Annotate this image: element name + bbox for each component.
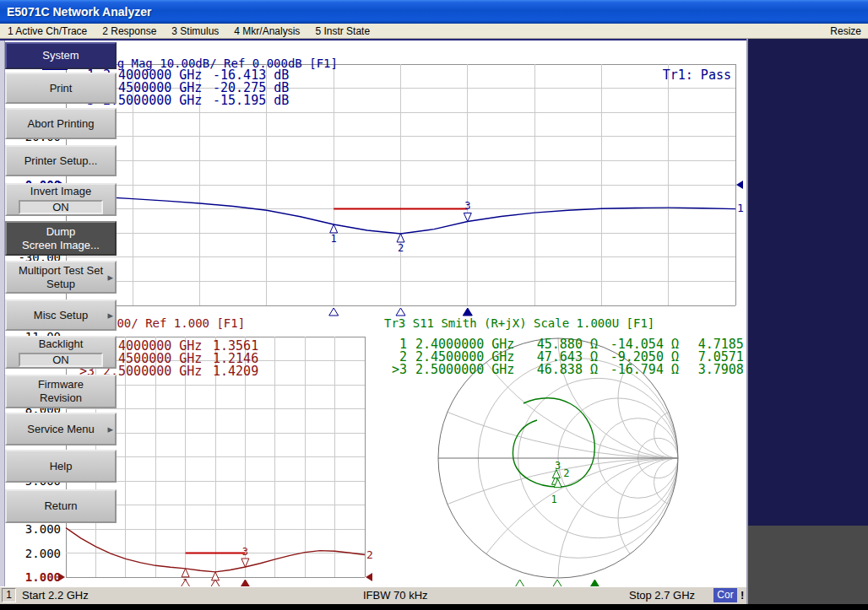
softkey-label: Invert Image xyxy=(30,185,91,198)
marker-symbol[interactable]: 3 xyxy=(241,546,249,567)
window-title-bar: E5071C Network Analyzer xyxy=(0,0,868,24)
menu-stimulus[interactable]: 3 Stimulus xyxy=(164,25,226,37)
marker-stimulus-indicator[interactable] xyxy=(463,308,472,316)
svg-text:3: 3 xyxy=(555,460,561,472)
start-frequency[interactable]: Start 2.2 GHz xyxy=(22,589,89,602)
marker-resistance: 46.838 Ω xyxy=(524,364,598,376)
softkey-multiport-test-set-setup[interactable]: Multiport Test Set Setup ▸ xyxy=(5,261,117,294)
tr3-marker-table: 12.4000000 GHz45.880 Ω-14.054 Ω4.7185 pF… xyxy=(387,338,767,376)
marker-symbol[interactable]: 1 xyxy=(330,224,338,245)
marker-stimulus-indicator[interactable] xyxy=(329,308,339,316)
softkey-misc-setup[interactable]: Misc Setup ▸ xyxy=(5,300,117,331)
softkey-label: Misc Setup xyxy=(34,309,88,322)
softkey-service-menu[interactable]: Service Menu ▸ xyxy=(5,413,117,445)
svg-text:2: 2 xyxy=(398,242,404,254)
menu-instr-state[interactable]: 5 Instr State xyxy=(307,25,377,37)
window-title: E5071C Network Analyzer xyxy=(7,5,151,19)
svg-text:3: 3 xyxy=(464,200,470,212)
svg-text:3: 3 xyxy=(242,546,248,558)
taskbar-strip xyxy=(0,604,868,610)
marker-freq: 2.5000000 GHz xyxy=(103,94,211,107)
marker-id: >3 xyxy=(387,364,407,376)
softkey-print[interactable]: Print xyxy=(5,73,117,104)
softkey-return[interactable]: Return xyxy=(5,489,117,523)
reference-level-arrow-right xyxy=(736,181,743,189)
menu-bar: 1 Active Ch/Trace 2 Response 3 Stimulus … xyxy=(0,24,868,39)
softkey-label: Multiport Test Set Setup xyxy=(19,264,103,291)
softkey-sidebar xyxy=(746,39,868,604)
marker-value: 1.4209 xyxy=(213,365,258,378)
stop-frequency[interactable]: Stop 2.7 GHz xyxy=(629,589,695,602)
marker-reactance: -16.794 Ω xyxy=(598,364,679,376)
svg-text:1: 1 xyxy=(331,233,337,245)
invert-image-state: ON xyxy=(19,200,103,214)
ifbw-readout[interactable]: IFBW 70 kHz xyxy=(363,589,428,602)
softkey-backlight[interactable]: Backlight ON xyxy=(5,336,117,369)
marker-freq: 2.5000000 GHz xyxy=(103,365,211,378)
menu-mkr-analysis[interactable]: 4 Mkr/Analysis xyxy=(226,25,307,37)
svg-text:2: 2 xyxy=(563,467,569,479)
submenu-arrow-icon: ▸ xyxy=(107,271,113,284)
softkey-dump-screen-image[interactable]: Dump Screen Image... xyxy=(5,221,117,256)
correction-status-badge: Cor xyxy=(713,588,737,602)
marker-freq: 2.5000000 GHz xyxy=(415,364,524,376)
backlight-state: ON xyxy=(19,353,103,367)
marker-symbol[interactable]: 2 xyxy=(397,234,404,254)
screen: E5071C Network Analyzer 1 Active Ch/Trac… xyxy=(0,0,868,610)
softkey-printer-setup[interactable]: Printer Setup... xyxy=(5,145,117,176)
tr3-header[interactable]: Tr3 S11 Smith (R+jX) Scale 1.000U [F1] xyxy=(384,316,654,330)
marker-row: >32.5000000 GHz46.838 Ω-16.794 Ω3.7908 p… xyxy=(387,364,767,376)
channel-number-box: 1 xyxy=(2,588,16,602)
softkey-abort-printing[interactable]: Abort Printing xyxy=(5,108,117,139)
y-scale-label: 2.000 xyxy=(7,547,61,560)
softkey-invert-image[interactable]: Invert Image ON xyxy=(5,183,117,216)
marker-stimulus-indicator[interactable] xyxy=(396,308,405,316)
y-scale-label: 1.000 xyxy=(7,570,61,584)
tr1-trace-number: 1 xyxy=(737,202,744,214)
softkey-help[interactable]: Help xyxy=(5,450,117,483)
svg-text:1: 1 xyxy=(551,494,556,505)
marker-value: -15.195 dB xyxy=(213,94,289,107)
reference-level-arrow-right xyxy=(366,573,372,581)
sidebar-empty-area xyxy=(746,526,868,604)
alert-indicator: ! xyxy=(741,588,744,602)
softkey-label: Backlight xyxy=(39,337,84,351)
softkey-system: System xyxy=(5,42,117,69)
tr1-limit-status: Tr1: Pass xyxy=(591,67,731,83)
menu-response[interactable]: 2 Response xyxy=(95,25,164,37)
y-scale-label: 3.000 xyxy=(7,522,61,536)
softkey-firmware-revision[interactable]: Firmware Revision xyxy=(5,375,117,408)
softkey-label: Service Menu xyxy=(27,423,94,436)
tr2-trace-number: 2 xyxy=(366,548,373,561)
marker-symbol[interactable]: 3 xyxy=(464,200,471,221)
menu-resize[interactable]: Resize xyxy=(823,25,868,37)
submenu-arrow-icon: ▸ xyxy=(107,423,113,436)
submenu-arrow-icon: ▸ xyxy=(107,309,113,322)
menu-active-ch-trace[interactable]: 1 Active Ch/Trace xyxy=(0,25,95,37)
